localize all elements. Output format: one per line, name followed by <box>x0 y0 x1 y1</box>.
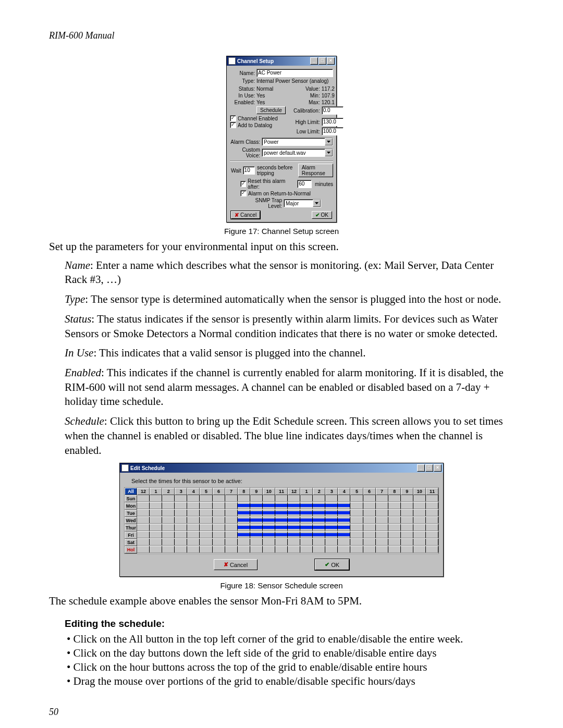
schedule-cell[interactable] <box>137 495 150 502</box>
schedule-cell[interactable] <box>238 495 250 502</box>
schedule-cell[interactable] <box>225 510 238 516</box>
schedule-hour-button[interactable]: 6 <box>363 488 376 495</box>
schedule-cell[interactable] <box>187 546 200 553</box>
schedule-cell[interactable] <box>388 532 401 538</box>
schedule-cell[interactable] <box>238 532 250 538</box>
schedule-cell[interactable] <box>401 546 413 553</box>
schedule-cell[interactable] <box>376 502 388 509</box>
chevron-down-icon[interactable] <box>313 200 321 207</box>
schedule-cell[interactable] <box>263 532 275 538</box>
schedule-cell[interactable] <box>137 524 150 531</box>
schedule-cell[interactable] <box>401 539 413 546</box>
schedule-day-button[interactable]: Hol <box>125 546 137 553</box>
schedule-cell[interactable] <box>238 502 250 509</box>
maximize-button[interactable]: □ <box>425 464 433 472</box>
schedule-cell[interactable] <box>187 495 200 502</box>
schedule-cell[interactable] <box>376 532 388 538</box>
schedule-cell[interactable] <box>162 517 175 524</box>
schedule-cell[interactable] <box>313 524 325 531</box>
schedule-cell[interactable] <box>426 495 438 502</box>
schedule-cell[interactable] <box>275 517 288 524</box>
schedule-cell[interactable] <box>376 517 388 524</box>
schedule-cell[interactable] <box>426 502 438 509</box>
add-datalog-checkbox[interactable]: ✓ <box>230 122 236 128</box>
schedule-cell[interactable] <box>313 539 325 546</box>
schedule-hour-button[interactable]: 1 <box>150 488 162 495</box>
schedule-cell[interactable] <box>325 517 338 524</box>
schedule-cell[interactable] <box>225 517 238 524</box>
schedule-cell[interactable] <box>213 495 225 502</box>
schedule-cell[interactable] <box>137 546 150 553</box>
reset-minutes-input[interactable]: 60 <box>297 180 312 188</box>
schedule-cell[interactable] <box>350 539 363 546</box>
schedule-cell[interactable] <box>350 502 363 509</box>
schedule-cell[interactable] <box>150 532 162 538</box>
schedule-cell[interactable] <box>413 546 426 553</box>
name-input[interactable]: AC Power <box>256 69 333 77</box>
schedule-hour-button[interactable]: 8 <box>238 488 250 495</box>
schedule-cell[interactable] <box>313 495 325 502</box>
schedule-cell[interactable] <box>388 510 401 516</box>
schedule-hour-button[interactable]: 7 <box>225 488 238 495</box>
schedule-cell[interactable] <box>300 524 313 531</box>
schedule-cell[interactable] <box>200 532 212 538</box>
schedule-cell[interactable] <box>137 532 150 538</box>
schedule-cell[interactable] <box>338 517 350 524</box>
schedule-cell[interactable] <box>275 539 288 546</box>
schedule-hour-button[interactable]: 9 <box>401 488 413 495</box>
schedule-cell[interactable] <box>350 532 363 538</box>
schedule-cell[interactable] <box>363 524 376 531</box>
schedule-cell[interactable] <box>238 517 250 524</box>
schedule-cell[interactable] <box>263 502 275 509</box>
schedule-cell[interactable] <box>238 524 250 531</box>
schedule-cell[interactable] <box>187 517 200 524</box>
schedule-cell[interactable] <box>187 502 200 509</box>
schedule-cell[interactable] <box>413 517 426 524</box>
schedule-cell[interactable] <box>388 524 401 531</box>
schedule-cell[interactable] <box>250 510 263 516</box>
schedule-cell[interactable] <box>162 495 175 502</box>
schedule-cell[interactable] <box>238 546 250 553</box>
dialog-titlebar[interactable]: Channel Setup _ □ × <box>227 56 336 66</box>
schedule-cell[interactable] <box>376 495 388 502</box>
schedule-cell[interactable] <box>200 539 212 546</box>
schedule-cell[interactable] <box>300 546 313 553</box>
schedule-hour-button[interactable]: 9 <box>250 488 263 495</box>
schedule-cell[interactable] <box>338 532 350 538</box>
schedule-cell[interactable] <box>213 532 225 538</box>
schedule-day-button[interactable]: Mon <box>125 502 137 510</box>
schedule-cell[interactable] <box>288 517 300 524</box>
dialog-titlebar[interactable]: Edit Schedule _ □ × <box>120 463 443 473</box>
schedule-cell[interactable] <box>263 510 275 516</box>
schedule-cell[interactable] <box>401 517 413 524</box>
schedule-hour-button[interactable]: 5 <box>350 488 363 495</box>
schedule-cell[interactable] <box>426 539 438 546</box>
schedule-cell[interactable] <box>288 532 300 538</box>
schedule-cell[interactable] <box>413 524 426 531</box>
schedule-cell[interactable] <box>350 517 363 524</box>
schedule-cell[interactable] <box>263 524 275 531</box>
schedule-hour-button[interactable]: 3 <box>325 488 338 495</box>
schedule-cell[interactable] <box>401 495 413 502</box>
schedule-cell[interactable] <box>426 524 438 531</box>
schedule-day-button[interactable]: Wed <box>125 517 137 524</box>
schedule-cell[interactable] <box>162 502 175 509</box>
schedule-cell[interactable] <box>350 524 363 531</box>
schedule-cell[interactable] <box>288 495 300 502</box>
schedule-cell[interactable] <box>225 532 238 538</box>
schedule-day-button[interactable]: Sun <box>125 495 137 502</box>
schedule-cell[interactable] <box>413 532 426 538</box>
schedule-hour-button[interactable]: 10 <box>413 488 426 495</box>
schedule-cell[interactable] <box>338 495 350 502</box>
schedule-hour-button[interactable]: 6 <box>213 488 225 495</box>
minimize-button[interactable]: _ <box>310 57 318 65</box>
schedule-cell[interactable] <box>225 495 238 502</box>
schedule-cell[interactable] <box>338 502 350 509</box>
schedule-cell[interactable] <box>288 510 300 516</box>
schedule-grid[interactable]: All12 AM123456789101112 PM1234567891011S… <box>124 487 439 554</box>
schedule-cell[interactable] <box>250 495 263 502</box>
schedule-cell[interactable] <box>137 502 150 509</box>
schedule-cell[interactable] <box>250 517 263 524</box>
schedule-cell[interactable] <box>338 539 350 546</box>
schedule-cell[interactable] <box>162 524 175 531</box>
